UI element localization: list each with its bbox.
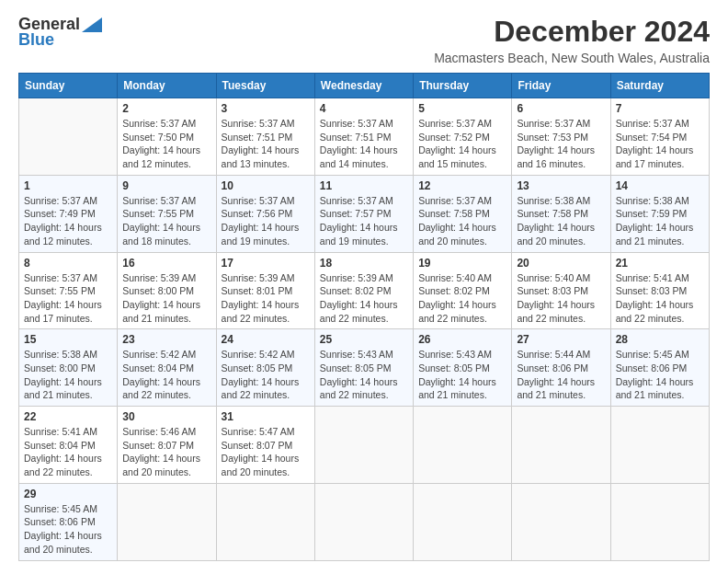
daylight-text: Daylight: 14 hours and 12 minutes. — [24, 222, 102, 247]
sunset-text: Sunset: 8:05 PM — [222, 362, 293, 373]
sunrise-text: Sunrise: 5:45 AM — [616, 349, 689, 360]
header-tuesday: Tuesday — [216, 74, 314, 98]
daylight-text: Daylight: 14 hours and 21 minutes. — [616, 376, 694, 401]
day-number: 19 — [418, 257, 506, 270]
sunrise-text: Sunrise: 5:39 AM — [222, 272, 295, 283]
calendar-cell: 11 Sunrise: 5:37 AM Sunset: 7:57 PM Dayl… — [314, 175, 413, 252]
sunset-text: Sunset: 7:55 PM — [24, 285, 96, 296]
sunset-text: Sunset: 7:49 PM — [24, 208, 96, 219]
calendar-row-3: 15 Sunrise: 5:38 AM Sunset: 8:00 PM Dayl… — [19, 329, 710, 407]
calendar-cell — [216, 483, 314, 560]
daylight-text: Daylight: 14 hours and 15 minutes. — [418, 144, 496, 169]
sunset-text: Sunset: 8:00 PM — [24, 362, 96, 373]
day-number: 15 — [24, 333, 112, 346]
day-info: Sunrise: 5:40 AM Sunset: 8:02 PM Dayligh… — [418, 271, 506, 326]
sunrise-text: Sunrise: 5:38 AM — [517, 195, 590, 206]
day-info: Sunrise: 5:37 AM Sunset: 7:54 PM Dayligh… — [616, 117, 704, 171]
day-number: 13 — [517, 179, 605, 192]
day-info: Sunrise: 5:37 AM Sunset: 7:56 PM Dayligh… — [222, 194, 310, 248]
calendar-cell — [610, 483, 709, 560]
day-number: 31 — [222, 410, 310, 423]
day-number: 3 — [222, 102, 310, 115]
daylight-text: Daylight: 14 hours and 21 minutes. — [418, 376, 496, 401]
day-number: 10 — [222, 179, 310, 192]
day-info: Sunrise: 5:37 AM Sunset: 7:52 PM Dayligh… — [418, 117, 506, 171]
sunset-text: Sunset: 7:55 PM — [122, 208, 194, 219]
location-title: Macmasters Beach, New South Wales, Austr… — [434, 51, 710, 65]
header-friday: Friday — [512, 74, 610, 98]
sunset-text: Sunset: 7:58 PM — [418, 208, 490, 219]
daylight-text: Daylight: 14 hours and 16 minutes. — [517, 144, 595, 169]
header-sunday: Sunday — [19, 74, 118, 98]
calendar-cell: 1 Sunrise: 5:37 AM Sunset: 7:49 PM Dayli… — [19, 175, 118, 252]
calendar-cell: 7 Sunrise: 5:37 AM Sunset: 7:54 PM Dayli… — [610, 98, 709, 176]
calendar-cell — [314, 483, 413, 560]
daylight-text: Daylight: 14 hours and 22 minutes. — [418, 299, 496, 324]
day-info: Sunrise: 5:40 AM Sunset: 8:03 PM Dayligh… — [517, 271, 605, 326]
sunset-text: Sunset: 7:53 PM — [517, 132, 588, 143]
daylight-text: Daylight: 14 hours and 20 minutes. — [24, 530, 102, 555]
sunrise-text: Sunrise: 5:38 AM — [616, 195, 689, 206]
daylight-text: Daylight: 14 hours and 20 minutes. — [222, 453, 300, 477]
sunset-text: Sunset: 8:00 PM — [122, 285, 194, 296]
calendar-row-1: 1 Sunrise: 5:37 AM Sunset: 7:49 PM Dayli… — [19, 175, 710, 252]
sunset-text: Sunset: 7:58 PM — [517, 208, 588, 219]
logo-blue: Blue — [18, 30, 54, 50]
day-info: Sunrise: 5:43 AM Sunset: 8:05 PM Dayligh… — [320, 348, 408, 402]
sunrise-text: Sunrise: 5:39 AM — [320, 272, 393, 283]
calendar-cell: 29 Sunrise: 5:45 AM Sunset: 8:06 PM Dayl… — [19, 483, 118, 560]
calendar-cell: 14 Sunrise: 5:38 AM Sunset: 7:59 PM Dayl… — [610, 175, 709, 252]
day-info: Sunrise: 5:41 AM Sunset: 8:04 PM Dayligh… — [24, 425, 112, 479]
calendar-cell: 18 Sunrise: 5:39 AM Sunset: 8:02 PM Dayl… — [314, 252, 413, 329]
sunset-text: Sunset: 8:07 PM — [222, 440, 293, 451]
sunrise-text: Sunrise: 5:40 AM — [517, 272, 590, 283]
header-monday: Monday — [118, 74, 216, 98]
sunset-text: Sunset: 7:52 PM — [418, 132, 490, 143]
calendar-cell: 13 Sunrise: 5:38 AM Sunset: 7:58 PM Dayl… — [512, 175, 610, 252]
logo-icon — [82, 17, 102, 32]
sunrise-text: Sunrise: 5:42 AM — [222, 349, 295, 360]
day-number: 8 — [24, 257, 112, 270]
sunrise-text: Sunrise: 5:37 AM — [418, 195, 492, 206]
day-info: Sunrise: 5:37 AM Sunset: 7:55 PM Dayligh… — [122, 194, 210, 248]
day-number: 11 — [320, 179, 408, 192]
day-info: Sunrise: 5:37 AM Sunset: 7:51 PM Dayligh… — [222, 117, 310, 171]
sunset-text: Sunset: 7:54 PM — [616, 132, 688, 143]
sunrise-text: Sunrise: 5:37 AM — [122, 195, 196, 206]
daylight-text: Daylight: 14 hours and 20 minutes. — [517, 222, 595, 247]
day-number: 23 — [122, 333, 210, 346]
calendar-cell: 6 Sunrise: 5:37 AM Sunset: 7:53 PM Dayli… — [512, 98, 610, 176]
sunrise-text: Sunrise: 5:37 AM — [24, 272, 97, 283]
sunset-text: Sunset: 8:05 PM — [320, 362, 392, 373]
day-info: Sunrise: 5:37 AM Sunset: 7:50 PM Dayligh… — [122, 117, 210, 171]
daylight-text: Daylight: 14 hours and 14 minutes. — [320, 144, 398, 169]
day-number: 30 — [122, 410, 210, 423]
calendar-cell: 22 Sunrise: 5:41 AM Sunset: 8:04 PM Dayl… — [19, 407, 118, 484]
daylight-text: Daylight: 14 hours and 22 minutes. — [616, 299, 694, 324]
sunset-text: Sunset: 8:02 PM — [418, 285, 490, 296]
calendar-cell: 10 Sunrise: 5:37 AM Sunset: 7:56 PM Dayl… — [216, 175, 314, 252]
sunrise-text: Sunrise: 5:41 AM — [616, 272, 689, 283]
calendar-cell: 5 Sunrise: 5:37 AM Sunset: 7:52 PM Dayli… — [414, 98, 512, 176]
sunrise-text: Sunrise: 5:41 AM — [24, 426, 97, 437]
day-info: Sunrise: 5:37 AM Sunset: 7:51 PM Dayligh… — [320, 117, 408, 171]
daylight-text: Daylight: 14 hours and 20 minutes. — [418, 222, 496, 247]
day-number: 4 — [320, 102, 408, 115]
calendar-cell: 2 Sunrise: 5:37 AM Sunset: 7:50 PM Dayli… — [118, 98, 216, 176]
day-number: 29 — [24, 488, 112, 500]
sunrise-text: Sunrise: 5:37 AM — [122, 118, 196, 129]
day-number: 18 — [320, 257, 408, 270]
daylight-text: Daylight: 14 hours and 17 minutes. — [24, 299, 102, 324]
sunset-text: Sunset: 8:03 PM — [517, 285, 588, 296]
sunset-text: Sunset: 8:05 PM — [418, 362, 490, 373]
calendar-row-5: 29 Sunrise: 5:45 AM Sunset: 8:06 PM Dayl… — [19, 483, 710, 560]
sunrise-text: Sunrise: 5:37 AM — [320, 118, 393, 129]
day-info: Sunrise: 5:42 AM Sunset: 8:05 PM Dayligh… — [222, 348, 310, 402]
sunrise-text: Sunrise: 5:47 AM — [222, 426, 295, 437]
sunset-text: Sunset: 8:07 PM — [122, 440, 194, 451]
sunrise-text: Sunrise: 5:45 AM — [24, 503, 97, 514]
calendar-row-2: 8 Sunrise: 5:37 AM Sunset: 7:55 PM Dayli… — [19, 252, 710, 329]
daylight-text: Daylight: 14 hours and 22 minutes. — [222, 299, 300, 324]
day-info: Sunrise: 5:39 AM Sunset: 8:01 PM Dayligh… — [222, 271, 310, 326]
day-number: 12 — [418, 179, 506, 192]
